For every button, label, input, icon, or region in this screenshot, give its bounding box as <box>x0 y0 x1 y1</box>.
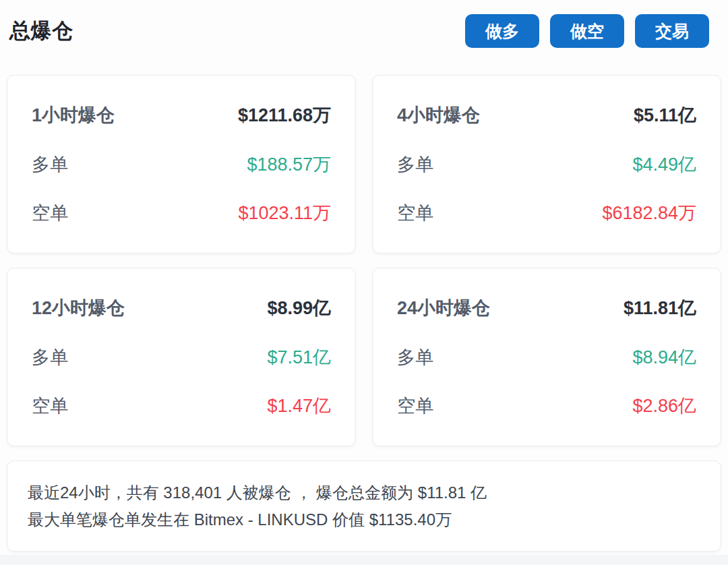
long-value: $4.49亿 <box>632 152 696 177</box>
short-value: $1023.11万 <box>238 200 331 226</box>
liquidation-dashboard: 总爆仓 做多 做空 交易 1小时爆仓 $1211.68万 多单 $188.57万… <box>0 0 728 565</box>
page-header: 总爆仓 做多 做空 交易 <box>0 0 728 48</box>
summary-line-1: 最近24小时，共有 318,401 人被爆仓 ， 爆仓总金额为 $11.81 亿 <box>28 479 700 506</box>
short-button[interactable]: 做空 <box>550 14 624 48</box>
short-label: 空单 <box>32 200 68 226</box>
summary-card: 最近24小时，共有 318,401 人被爆仓 ， 爆仓总金额为 $11.81 亿… <box>7 460 721 552</box>
card-title: 4小时爆仓 <box>397 102 480 128</box>
card-title: 12小时爆仓 <box>32 295 125 321</box>
long-value: $188.57万 <box>247 152 331 177</box>
card-header-row: 1小时爆仓 $1211.68万 <box>32 102 331 128</box>
short-row: 空单 $2.86亿 <box>397 393 696 419</box>
long-label: 多单 <box>32 152 68 177</box>
short-value: $2.86亿 <box>632 393 696 419</box>
liquidation-card-grid: 1小时爆仓 $1211.68万 多单 $188.57万 空单 $1023.11万… <box>7 75 721 446</box>
card-header-row: 4小时爆仓 $5.11亿 <box>397 102 696 128</box>
long-value: $8.94亿 <box>632 345 696 370</box>
liquidation-card-4h: 4小时爆仓 $5.11亿 多单 $4.49亿 空单 $6182.84万 <box>372 75 721 254</box>
long-label: 多单 <box>397 152 433 177</box>
trade-button[interactable]: 交易 <box>635 14 709 48</box>
long-button[interactable]: 做多 <box>465 14 539 48</box>
liquidation-card-12h: 12小时爆仓 $8.99亿 多单 $7.51亿 空单 $1.47亿 <box>7 268 356 446</box>
page-bottom-strip <box>0 555 728 565</box>
short-row: 空单 $1023.11万 <box>32 200 331 226</box>
card-title: 1小时爆仓 <box>32 102 115 128</box>
short-row: 空单 $1.47亿 <box>32 393 331 419</box>
long-row: 多单 $8.94亿 <box>397 345 696 370</box>
long-row: 多单 $7.51亿 <box>32 345 331 370</box>
page-title: 总爆仓 <box>9 17 73 45</box>
card-total-value: $5.11亿 <box>634 102 696 128</box>
short-value: $1.47亿 <box>267 393 331 419</box>
card-header-row: 12小时爆仓 $8.99亿 <box>32 295 331 321</box>
short-label: 空单 <box>397 200 433 226</box>
liquidation-card-24h: 24小时爆仓 $11.81亿 多单 $8.94亿 空单 $2.86亿 <box>372 268 721 446</box>
short-value: $6182.84万 <box>602 200 696 226</box>
long-label: 多单 <box>32 345 68 370</box>
short-label: 空单 <box>32 393 68 419</box>
card-total-value: $1211.68万 <box>238 102 331 128</box>
long-row: 多单 $4.49亿 <box>397 152 696 177</box>
summary-line-2: 最大单笔爆仓单发生在 Bitmex - LINKUSD 价值 $1135.40万 <box>28 506 700 533</box>
card-title: 24小时爆仓 <box>397 295 490 321</box>
long-label: 多单 <box>397 345 433 370</box>
card-header-row: 24小时爆仓 $11.81亿 <box>397 295 696 321</box>
short-row: 空单 $6182.84万 <box>397 200 696 226</box>
card-total-value: $11.81亿 <box>624 295 696 321</box>
long-value: $7.51亿 <box>267 345 331 370</box>
card-total-value: $8.99亿 <box>267 295 331 321</box>
header-button-group: 做多 做空 交易 <box>465 14 709 48</box>
long-row: 多单 $188.57万 <box>32 152 331 177</box>
liquidation-card-1h: 1小时爆仓 $1211.68万 多单 $188.57万 空单 $1023.11万 <box>7 75 356 254</box>
short-label: 空单 <box>397 393 433 419</box>
